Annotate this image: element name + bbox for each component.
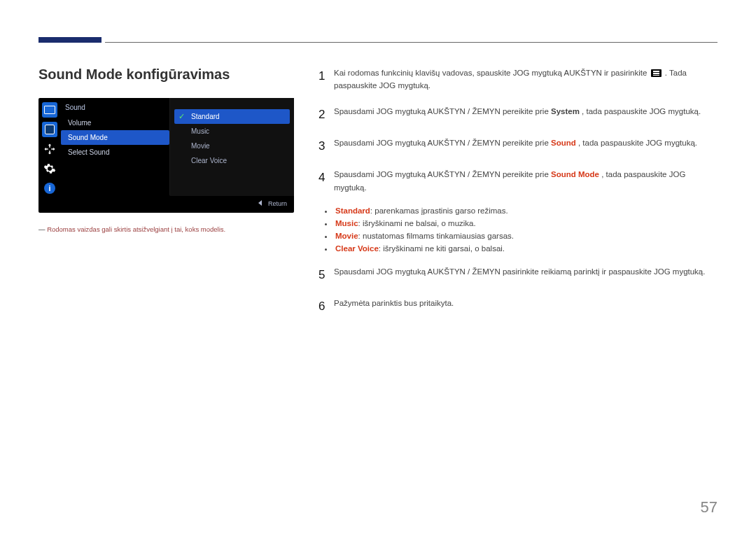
page-content: Sound Mode konfigūravimas Sound Volu	[38, 66, 718, 328]
footnote: ― Rodomas vaizdas gali skirtis atsižvelg…	[38, 225, 298, 233]
step-body: Spausdami JOG mygtuką AUKŠTYN / ŽEMYN pa…	[334, 265, 718, 284]
osd-screenshot: Sound Volume Sound Mode Select Sound ✓ S…	[38, 98, 294, 213]
keyword-system: System	[551, 107, 580, 115]
step-text: , tada paspauskite JOG mygtuką.	[578, 139, 697, 147]
osd-body: Sound Volume Sound Mode Select Sound ✓ S…	[38, 98, 294, 196]
picture-icon	[42, 102, 57, 118]
keyword-sound: Sound	[551, 139, 576, 147]
step-text: Kai rodomas funkcinių klavišų vadovas, s…	[334, 69, 650, 77]
right-column: 1 Kai rodomas funkcinių klavišų vadovas,…	[298, 66, 718, 328]
header-divider	[105, 42, 718, 43]
bullet-key: Music	[335, 219, 358, 227]
info-icon	[42, 181, 57, 196]
osd-footer: Return	[38, 196, 294, 207]
bullet-val: : išryškinami ne kiti garsai, o balsai.	[379, 244, 505, 253]
bullet-val: : nustatomas filmams tinkamiausias garsa…	[358, 232, 514, 240]
bullet-val: : išryškinami ne balsai, o muzika.	[358, 219, 476, 227]
menu-icon	[651, 69, 662, 77]
step-4: 4 Spausdami JOG mygtuką AUKŠTYN / ŽEMYN …	[318, 168, 718, 194]
bullet-key: Standard	[335, 206, 370, 215]
header-accent-bar	[38, 37, 102, 43]
step-2: 2 Spausdami JOG mygtuką AUKŠTYN / ŽEMYN …	[318, 105, 718, 124]
footnote-dash: ―	[38, 225, 46, 233]
step-number: 6	[318, 297, 334, 316]
bullet-key: Clear Voice	[335, 244, 379, 253]
section-title: Sound Mode konfigūravimas	[38, 66, 298, 83]
bullet-val: : parenkamas įprastinis garso režimas.	[370, 206, 508, 215]
bullet-key: Movie	[335, 232, 358, 240]
osd-item-sound-mode: Sound Mode	[61, 130, 169, 145]
page-number: 57	[701, 498, 718, 517]
osd-item-select-sound: Select Sound	[61, 145, 169, 160]
step-number: 5	[318, 265, 334, 284]
step-3: 3 Spausdami JOG mygtuką AUKŠTYN / ŽEMYN …	[318, 136, 718, 155]
bullet-music: Music: išryškinami ne balsai, o muzika.	[334, 219, 718, 227]
bullet-list: Standard: parenkamas įprastinis garso re…	[334, 206, 718, 253]
left-column: Sound Mode konfigūravimas Sound Volu	[38, 66, 298, 328]
screen-icon	[42, 122, 57, 137]
step-1: 1 Kai rodomas funkcinių klavišų vadovas,…	[318, 66, 718, 92]
settings-icon	[42, 161, 57, 176]
step-body: Kai rodomas funkcinių klavišų vadovas, s…	[334, 66, 718, 92]
osd-primary-menu: Sound Volume Sound Mode Select Sound	[61, 98, 169, 196]
osd-sub-standard: ✓ Standard	[174, 109, 290, 124]
step-text: Spausdami JOG mygtuką AUKŠTYN / ŽEMYN pe…	[334, 139, 551, 147]
step-number: 1	[318, 66, 334, 92]
osd-sub-music: Music	[174, 124, 290, 139]
step-body: Pažymėta parinktis bus pritaikyta.	[334, 297, 718, 316]
step-body: Spausdami JOG mygtuką AUKŠTYN / ŽEMYN pe…	[334, 168, 718, 194]
return-label: Return	[268, 200, 287, 207]
step-6: 6 Pažymėta parinktis bus pritaikyta.	[318, 297, 718, 316]
step-5: 5 Spausdami JOG mygtuką AUKŠTYN / ŽEMYN …	[318, 265, 718, 284]
step-number: 2	[318, 105, 334, 124]
footnote-text: Rodomas vaizdas gali skirtis atsižvelgia…	[47, 225, 225, 233]
bullet-movie: Movie: nustatomas filmams tinkamiausias …	[334, 232, 718, 240]
keyword-sound-mode: Sound Mode	[551, 170, 599, 178]
osd-sub-label: Standard	[191, 113, 220, 120]
check-icon: ✓	[178, 112, 185, 121]
return-arrow-icon	[258, 200, 262, 207]
osd-submenu: ✓ Standard Music Movie Clear Voice	[169, 98, 294, 196]
osd-sub-clear-voice: Clear Voice	[174, 153, 290, 168]
step-number: 3	[318, 136, 334, 155]
osd-sub-movie: Movie	[174, 139, 290, 153]
osd-menu-header: Sound	[61, 102, 169, 115]
step-text: Spausdami JOG mygtuką AUKŠTYN / ŽEMYN pe…	[334, 170, 551, 178]
step-text: , tada paspauskite JOG mygtuką.	[582, 107, 701, 115]
bullet-clear-voice: Clear Voice: išryškinami ne kiti garsai,…	[334, 244, 718, 253]
step-body: Spausdami JOG mygtuką AUKŠTYN / ŽEMYN pe…	[334, 136, 718, 155]
bullet-standard: Standard: parenkamas įprastinis garso re…	[334, 206, 718, 215]
osd-item-volume: Volume	[61, 115, 169, 130]
osd-icon-column	[38, 98, 61, 196]
step-text: Spausdami JOG mygtuką AUKŠTYN / ŽEMYN pe…	[334, 107, 551, 115]
step-number: 4	[318, 168, 334, 194]
step-body: Spausdami JOG mygtuką AUKŠTYN / ŽEMYN pe…	[334, 105, 718, 124]
position-icon	[42, 141, 57, 157]
